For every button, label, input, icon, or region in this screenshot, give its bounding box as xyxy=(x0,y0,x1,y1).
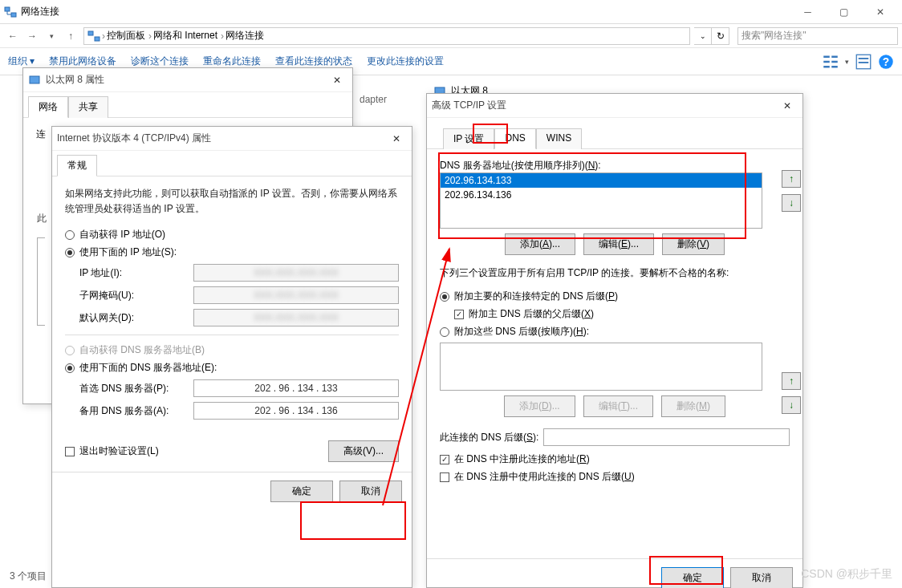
crumb-network-internet[interactable]: 网络和 Internet› xyxy=(153,29,224,43)
ethernet-small-icon xyxy=(28,74,41,87)
label-auto-dns: 自动获得 DNS 服务器地址(B) xyxy=(79,343,205,357)
crumb-network-connections[interactable]: 网络连接 xyxy=(226,29,264,43)
radio-auto-ip[interactable] xyxy=(65,230,75,240)
toolbar-rename[interactable]: 重命名此连接 xyxy=(203,55,261,68)
back-button[interactable]: ← xyxy=(4,27,22,45)
label-register: 在 DNS 中注册此连接的地址(R) xyxy=(454,452,590,466)
ipv4-properties-dialog: Internet 协议版本 4 (TCP/IPv4) 属性 ✕ 常规 如果网络支… xyxy=(51,126,412,588)
address-bar: ← → ▾ ↑ › 控制面板› 网络和 Internet› 网络连接 ⌄ ↻ 搜… xyxy=(0,24,902,48)
toolbar-disable[interactable]: 禁用此网络设备 xyxy=(49,55,116,68)
suffix-delete-button[interactable]: 删除(M) xyxy=(661,395,725,417)
breadcrumb-icon xyxy=(87,30,100,43)
tab-dns[interactable]: DNS xyxy=(494,128,535,149)
input-pref-dns[interactable]: 202 . 96 . 134 . 133 xyxy=(193,379,399,397)
ipv4-cancel-button[interactable]: 取消 xyxy=(339,481,402,502)
ipv4-info-text: 如果网络支持此功能，则可以获取自动指派的 IP 设置。否则，你需要从网络系统管理… xyxy=(65,186,399,217)
suffix-label: 此连接的 DNS 后缀(S): xyxy=(440,431,538,444)
tab-general[interactable]: 常规 xyxy=(57,155,97,176)
svg-rect-16 xyxy=(30,76,39,83)
dns-up-button[interactable]: ↑ xyxy=(782,170,801,188)
svg-rect-5 xyxy=(823,60,830,63)
label-alt-dns: 备用 DNS 服务器(A): xyxy=(65,404,193,418)
checkbox-register[interactable] xyxy=(440,455,449,464)
toolbar-diagnose[interactable]: 诊断这个连接 xyxy=(131,55,189,68)
checkbox-use-suffix-reg[interactable] xyxy=(440,472,449,482)
suffix-up-button[interactable]: ↑ xyxy=(782,372,801,390)
dns-item-1[interactable]: 202.96.134.133 xyxy=(441,173,762,188)
tab-wins[interactable]: WINS xyxy=(536,128,582,149)
label-ip: IP 地址(I): xyxy=(65,266,193,280)
svg-rect-9 xyxy=(831,66,838,68)
view-list-icon[interactable] xyxy=(855,54,872,70)
dns-delete-button[interactable]: 删除(V) xyxy=(662,233,725,255)
checkbox-append-parent[interactable] xyxy=(454,310,464,319)
crumb-control-panel[interactable]: 控制面板› xyxy=(107,29,152,43)
suffix-edit-button[interactable]: 编辑(T)... xyxy=(583,395,653,417)
svg-rect-6 xyxy=(823,66,830,68)
suffix-down-button[interactable]: ↓ xyxy=(782,396,801,414)
dns-edit-button[interactable]: 编辑(E)... xyxy=(583,233,654,255)
svg-rect-0 xyxy=(5,7,10,11)
svg-rect-12 xyxy=(859,62,869,63)
suffix-list[interactable] xyxy=(440,343,762,391)
ipv4-ok-button[interactable]: 确定 xyxy=(270,481,333,502)
svg-rect-7 xyxy=(831,55,838,58)
toolbar-status[interactable]: 查看此连接的状态 xyxy=(275,55,352,68)
toolbar-change[interactable]: 更改此连接的设置 xyxy=(367,55,444,68)
label-use-dns: 使用下面的 DNS 服务器地址(E): xyxy=(79,361,217,375)
svg-rect-3 xyxy=(95,37,100,41)
ethernet-dialog-close[interactable]: ✕ xyxy=(327,71,347,89)
dns-down-button[interactable]: ↓ xyxy=(782,194,801,212)
toolbar-organize[interactable]: 组织 ▾ xyxy=(8,55,35,68)
watermark: CSDN @积步千里 xyxy=(801,567,892,582)
minimize-button[interactable]: ─ xyxy=(790,1,826,23)
label-gateway: 默认网关(D): xyxy=(65,311,193,325)
suffix-add-button[interactable]: 添加(D)... xyxy=(504,395,575,417)
input-ip[interactable]: XXX.XXX.XXX.XXX xyxy=(193,264,399,282)
input-alt-dns[interactable]: 202 . 96 . 134 . 136 xyxy=(193,402,399,420)
radio-use-dns[interactable] xyxy=(65,363,75,373)
ipv4-dialog-close[interactable]: ✕ xyxy=(386,130,407,148)
input-mask[interactable]: XXX.XXX.XXX.XXX xyxy=(193,286,399,304)
tab-ip-settings[interactable]: IP 设置 xyxy=(443,128,494,149)
dns-item-2[interactable]: 202.96.134.136 xyxy=(441,188,762,202)
refresh-button[interactable]: ↻ xyxy=(712,27,729,45)
svg-rect-4 xyxy=(823,55,830,58)
label-append-primary: 附加主要的和连接特定的 DNS 后缀(P) xyxy=(454,290,618,303)
advanced-tcpip-dialog: 高级 TCP/IP 设置 ✕ IP 设置 DNS WINS DNS 服务器地址(… xyxy=(426,93,803,588)
side-frame xyxy=(37,237,45,326)
advanced-dialog-close[interactable]: ✕ xyxy=(777,97,798,115)
radio-append-primary[interactable] xyxy=(440,292,449,302)
radio-append-these[interactable] xyxy=(440,327,449,337)
adapter-partial: dapter xyxy=(360,94,387,105)
search-input[interactable]: 搜索"网络连接" xyxy=(737,27,898,45)
maximize-button[interactable]: ▢ xyxy=(826,1,862,23)
close-button[interactable]: ✕ xyxy=(862,1,898,23)
view-small-icon[interactable] xyxy=(823,54,839,70)
dns-add-button[interactable]: 添加(A)... xyxy=(505,233,575,255)
suffix-input[interactable] xyxy=(543,428,790,446)
label-validate: 退出时验证设置(L) xyxy=(79,444,159,458)
svg-rect-2 xyxy=(88,31,93,35)
advanced-button[interactable]: 高级(V)... xyxy=(328,440,399,462)
checkbox-validate[interactable] xyxy=(65,447,75,456)
help-icon[interactable]: ? xyxy=(878,54,894,70)
advanced-cancel-button[interactable]: 取消 xyxy=(730,567,793,588)
tab-share[interactable]: 共享 xyxy=(68,96,108,118)
breadcrumb[interactable]: › 控制面板› 网络和 Internet› 网络连接 xyxy=(83,27,690,45)
up-button[interactable]: ↑ xyxy=(62,27,79,45)
forward-button[interactable]: → xyxy=(23,27,41,45)
network-icon xyxy=(4,6,17,18)
radio-use-ip[interactable] xyxy=(65,248,75,258)
advanced-ok-button[interactable]: 确定 xyxy=(661,567,724,588)
svg-rect-1 xyxy=(11,13,16,17)
addr-dropdown-button[interactable]: ⌄ xyxy=(694,27,712,45)
explorer-title: 网络连接 xyxy=(21,5,790,18)
advanced-dialog-title: 高级 TCP/IP 设置 xyxy=(432,99,777,112)
tab-network[interactable]: 网络 xyxy=(28,96,68,118)
svg-rect-8 xyxy=(831,60,838,63)
dns-server-list[interactable]: 202.96.134.133 202.96.134.136 xyxy=(440,172,762,229)
radio-auto-dns[interactable] xyxy=(65,346,75,355)
history-dropdown[interactable]: ▾ xyxy=(43,27,60,45)
input-gateway[interactable]: XXX.XXX.XXX.XXX xyxy=(193,309,399,326)
